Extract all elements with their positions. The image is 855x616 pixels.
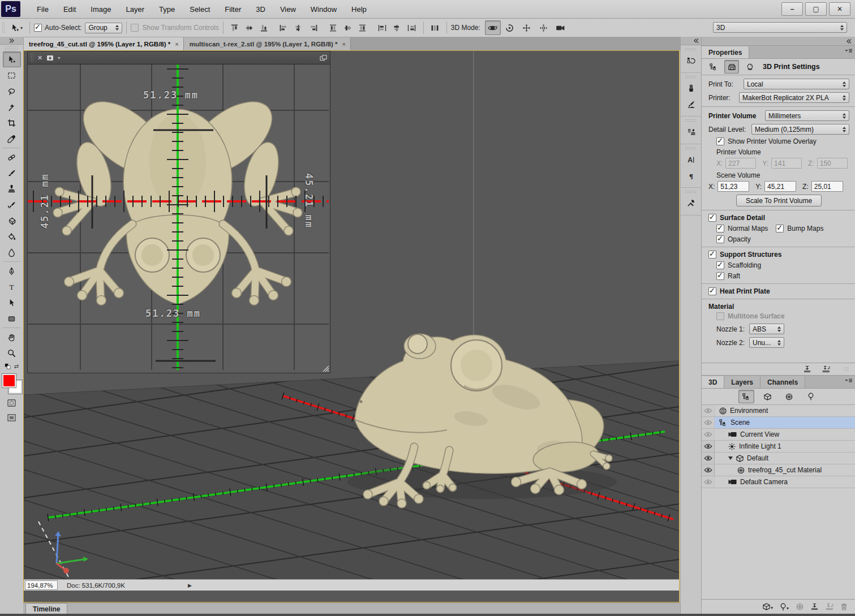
history-panel-button[interactable]	[683, 53, 699, 68]
align-right-icon[interactable]	[306, 21, 321, 35]
move-tool[interactable]	[3, 51, 21, 67]
opacity-checkbox[interactable]	[716, 235, 724, 243]
paint-bucket-tool[interactable]	[3, 229, 21, 244]
auto-select-checkbox[interactable]	[34, 24, 42, 32]
menu-window[interactable]: Window	[303, 0, 344, 18]
marquee-tool[interactable]	[3, 67, 21, 83]
panel-resize-grip[interactable]	[844, 367, 849, 372]
visibility-toggle[interactable]	[702, 429, 715, 440]
snap-to-ground-icon[interactable]	[804, 366, 811, 372]
eraser-tool[interactable]	[3, 213, 21, 229]
scene-filter-icon[interactable]	[738, 390, 754, 403]
mesh-filter-icon[interactable]	[760, 390, 776, 403]
dist-left-icon[interactable]	[375, 21, 390, 35]
tab-properties[interactable]: Properties	[702, 46, 749, 58]
visibility-toggle[interactable]	[702, 417, 715, 428]
status-flyout-icon[interactable]: ▶	[188, 583, 192, 588]
brush-presets-button[interactable]	[683, 81, 699, 96]
swap-colors-icon[interactable]: ⇄	[14, 363, 19, 369]
close-tab-icon[interactable]: ×	[175, 41, 178, 48]
dock-group-grip[interactable]	[685, 190, 697, 193]
close-button[interactable]: ✕	[829, 2, 850, 16]
character-panel-button[interactable]: A	[683, 152, 699, 167]
menu-3d[interactable]: 3D	[248, 0, 273, 18]
dock-group-grip[interactable]	[685, 147, 697, 150]
tool-presets-button[interactable]	[683, 196, 699, 210]
print-settings-icon[interactable]	[724, 60, 739, 74]
shape-tool[interactable]	[3, 311, 21, 326]
blur-tool[interactable]	[3, 244, 21, 260]
current-tool-button[interactable]: ▾	[8, 22, 25, 34]
hand-tool[interactable]	[3, 329, 21, 345]
material-filter-icon[interactable]	[781, 390, 797, 403]
auto-select-target-select[interactable]: Group	[85, 23, 122, 33]
pan-3d-icon[interactable]	[519, 20, 535, 35]
screen-mode-button[interactable]	[5, 411, 19, 424]
menu-help[interactable]: Help	[344, 0, 374, 18]
scene-item-default-camera[interactable]: Default Camera	[702, 476, 855, 488]
maximize-button[interactable]: ▢	[805, 2, 827, 16]
swap-main-view-icon[interactable]	[320, 55, 327, 61]
visibility-toggle[interactable]	[702, 441, 715, 452]
foreground-color-swatch[interactable]	[2, 374, 16, 387]
close-tab-icon[interactable]: ×	[342, 41, 345, 48]
eyedropper-tool[interactable]	[3, 131, 21, 147]
panel-menu-icon[interactable]	[844, 49, 853, 54]
close-view-icon[interactable]: ✕	[37, 55, 42, 61]
scene-volume-y-field[interactable]: 45,21	[764, 181, 796, 192]
tab-channels[interactable]: Channels	[761, 376, 805, 388]
dist-right-icon[interactable]	[405, 21, 419, 35]
dist-bottom-icon[interactable]	[355, 21, 370, 35]
expand-icon[interactable]	[728, 456, 733, 460]
visibility-toggle[interactable]	[702, 453, 715, 464]
menu-image[interactable]: Image	[83, 0, 118, 18]
orbit-3d-icon[interactable]	[485, 20, 501, 35]
crop-tool[interactable]	[3, 115, 21, 131]
paragraph-panel-button[interactable]: ¶	[683, 168, 699, 183]
view-resize-handle[interactable]	[322, 365, 329, 372]
lasso-tool[interactable]	[3, 83, 21, 99]
surface-detail-checkbox[interactable]	[708, 214, 716, 222]
dock-group-grip[interactable]	[685, 48, 697, 51]
units-select[interactable]: Millimeters	[765, 110, 849, 121]
scaffolding-checkbox[interactable]	[716, 261, 724, 269]
menu-layer[interactable]: Layer	[119, 0, 152, 18]
nozzle1-select[interactable]: ABS	[749, 324, 784, 334]
scale-to-print-volume-button[interactable]: Scale To Print Volume	[736, 195, 822, 206]
scene-item-environment[interactable]: Environment	[702, 405, 855, 417]
align-top-icon[interactable]	[227, 21, 242, 35]
menu-type[interactable]: Type	[152, 0, 182, 18]
raft-checkbox[interactable]	[716, 272, 724, 280]
type-tool[interactable]: T	[3, 279, 21, 295]
menu-file[interactable]: File	[29, 0, 56, 18]
scene-properties-icon[interactable]	[706, 60, 721, 74]
detail-level-select[interactable]: Medium (0,125mm)	[751, 124, 849, 135]
collapse-panels-button[interactable]	[702, 37, 855, 46]
dist-hcenter-icon[interactable]	[390, 21, 405, 35]
snap-to-ground-settings-icon[interactable]	[822, 366, 830, 372]
zoom-level-field[interactable]: 194,87%	[25, 580, 58, 590]
support-structures-checkbox[interactable]	[708, 251, 716, 259]
light-filter-icon[interactable]	[803, 390, 819, 403]
tab-3d[interactable]: 3D	[702, 376, 724, 388]
path-selection-tool[interactable]	[3, 295, 21, 311]
scene-item-infinite-light-1[interactable]: Infinite Light 1	[702, 441, 855, 453]
default-colors-icon[interactable]	[5, 363, 11, 369]
clone-source-button[interactable]	[683, 124, 699, 139]
camera-3d-icon[interactable]	[553, 20, 569, 35]
menu-filter[interactable]: Filter	[217, 0, 248, 18]
scene-item-treefrog-45-cut-material[interactable]: treefrog_45_cut Material	[702, 464, 855, 476]
brush-tool[interactable]	[3, 165, 21, 181]
dock-group-grip[interactable]	[685, 119, 697, 122]
brush-settings-button[interactable]	[683, 97, 699, 111]
bump-maps-checkbox[interactable]	[776, 225, 784, 232]
pen-tool[interactable]	[3, 263, 21, 279]
visibility-toggle[interactable]	[702, 476, 715, 488]
3d-viewport[interactable]: ✕ ▾	[24, 51, 679, 591]
nozzle2-select[interactable]: Unu...	[749, 337, 784, 348]
add-mesh-button[interactable]: ▾	[763, 603, 773, 610]
minimize-button[interactable]: –	[781, 2, 803, 16]
clone-stamp-tool[interactable]	[3, 181, 21, 197]
tab-layers[interactable]: Layers	[724, 376, 761, 388]
scene-volume-z-field[interactable]: 25,01	[811, 181, 843, 192]
